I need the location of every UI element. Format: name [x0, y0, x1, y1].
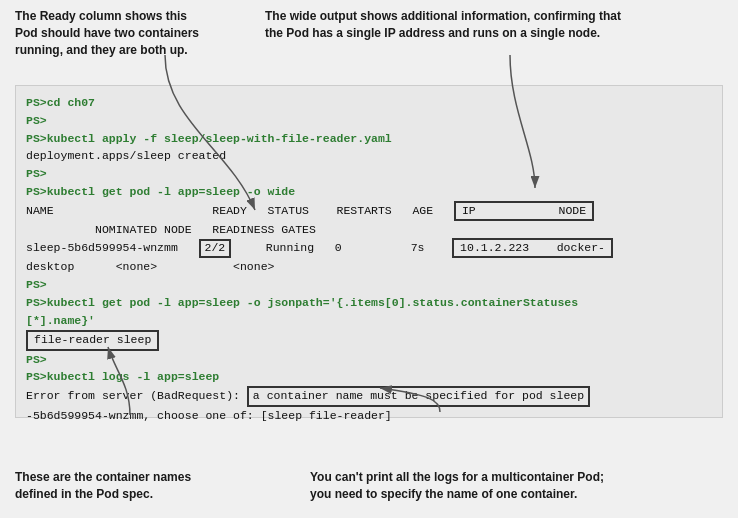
- terminal-line: PS>: [26, 112, 712, 130]
- annotation-bottom-right: You can't print all the logs for a multi…: [310, 469, 604, 503]
- terminal-line: PS>cd ch07: [26, 94, 712, 112]
- terminal-data-row2: desktop <none> <none>: [26, 258, 712, 276]
- annotation-bottom-left: These are the container names defined in…: [15, 469, 191, 503]
- terminal-line: PS>: [26, 351, 712, 369]
- terminal-line: PS>kubectl apply -f sleep/sleep-with-fil…: [26, 130, 712, 148]
- terminal-line: PS>: [26, 165, 712, 183]
- terminal-line: [*].name}': [26, 312, 712, 330]
- terminal-line: deployment.apps/sleep created: [26, 147, 712, 165]
- terminal-error-line: Error from server (BadRequest): a contai…: [26, 386, 712, 407]
- terminal-data-row: sleep-5b6d599954-wnzmm 2/2 Running 0 7s …: [26, 238, 712, 258]
- annotation-top-right: The wide output shows additional informa…: [265, 8, 621, 42]
- terminal-error-line2: -5b6d599954-wnzmm, choose one of: [sleep…: [26, 407, 712, 425]
- terminal: PS>cd ch07 PS> PS>kubectl apply -f sleep…: [15, 85, 723, 418]
- annotation-top-left: The Ready column shows this Pod should h…: [15, 8, 199, 58]
- terminal-header-row: NAME READY STATUS RESTARTS AGE IP NODE: [26, 201, 712, 221]
- terminal-header-row2: NOMINATED NODE READINESS GATES: [26, 221, 712, 239]
- terminal-line: PS>kubectl get pod -l app=sleep -o jsonp…: [26, 294, 712, 312]
- terminal-line: PS>kubectl logs -l app=sleep: [26, 368, 712, 386]
- terminal-line: PS>kubectl get pod -l app=sleep -o wide: [26, 183, 712, 201]
- container-names-output: file-reader sleep: [26, 330, 712, 351]
- terminal-line: PS>: [26, 276, 712, 294]
